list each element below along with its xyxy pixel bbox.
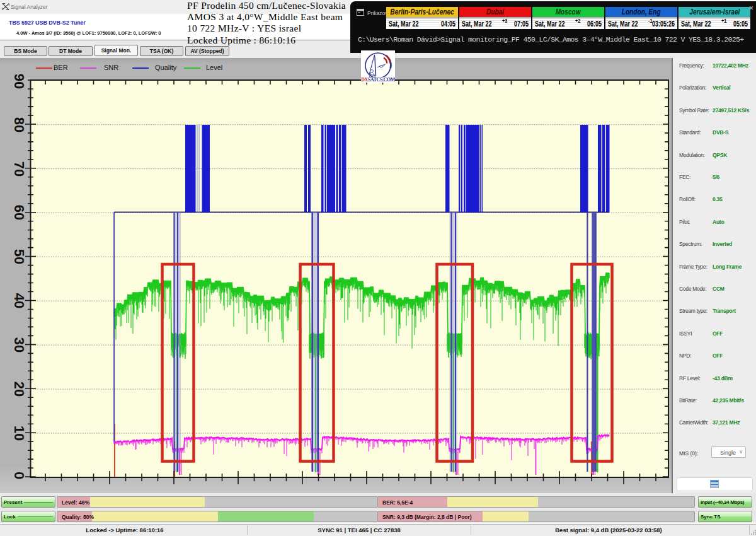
- svg-text:DXSATCS.COM: DXSATCS.COM: [361, 77, 395, 83]
- svg-text:0: 0: [11, 472, 27, 479]
- svg-text:70: 70: [11, 161, 27, 177]
- svg-text:60: 60: [11, 205, 27, 220]
- svg-text:30: 30: [11, 337, 27, 352]
- svg-text:40: 40: [11, 293, 27, 308]
- svg-text:10: 10: [11, 426, 27, 441]
- svg-text:80: 80: [11, 117, 27, 132]
- svg-text:50: 50: [11, 249, 27, 264]
- svg-text:20: 20: [11, 382, 27, 397]
- svg-text:90: 90: [11, 74, 27, 89]
